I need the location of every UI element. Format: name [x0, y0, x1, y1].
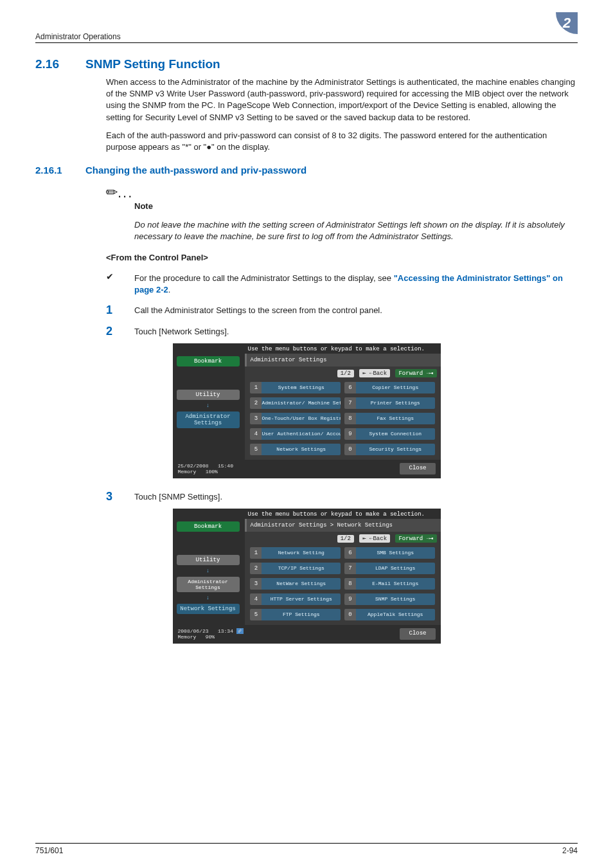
forward-button[interactable]: Forward →⇥: [395, 369, 436, 377]
close-button[interactable]: Close: [400, 628, 435, 640]
menu-item-label: TCP/IP Settings: [262, 563, 341, 574]
menu-item-1[interactable]: 1Network Setting: [250, 547, 341, 559]
menu-item-number: 8: [344, 578, 356, 590]
menu-item-label: One-Touch/User Box Registration: [262, 413, 341, 424]
screen1-time: 15:40: [218, 463, 233, 469]
menu-item-label: User Authentication/ Account Track: [262, 428, 341, 440]
arrow-down-icon: ↓: [173, 595, 244, 601]
menu-item-label: Copier Settings: [356, 382, 435, 393]
menu-item-4[interactable]: 4User Authentication/ Account Track: [250, 428, 341, 440]
note-text: Do not leave the machine with the settin…: [134, 219, 578, 242]
intro-paragraph-1: When access to the Administrator of the …: [106, 77, 578, 123]
intro-paragraph-2: Each of the auth-password and priv-passw…: [106, 130, 578, 153]
menu-item-9[interactable]: 9System Connection: [344, 428, 435, 440]
menu-item-label: Security Settings: [356, 444, 435, 455]
menu-item-7[interactable]: 7LDAP Settings: [344, 563, 435, 574]
menu-item-5[interactable]: 5FTP Settings: [250, 609, 341, 620]
chapter-number: 2: [563, 15, 571, 32]
subsection-title: Changing the auth-password and priv-pass…: [85, 165, 306, 176]
menu-item-number: 6: [344, 547, 356, 559]
menu-item-0[interactable]: 0AppleTalk Settings: [344, 609, 435, 620]
menu-item-number: 5: [250, 444, 262, 455]
menu-item-label: Printer Settings: [356, 397, 435, 409]
back-button[interactable]: ⇤ ←Back: [359, 534, 390, 543]
step-2-text: Touch [Network Settings].: [134, 325, 229, 338]
menu-item-label: SNMP Settings: [356, 593, 435, 605]
menu-item-number: 1: [250, 382, 262, 393]
footer-page-number: 2-94: [562, 846, 578, 855]
menu-item-label: SMB Settings: [356, 547, 435, 559]
screen2-time: 13:34: [218, 628, 233, 634]
menu-item-1[interactable]: 1System Settings: [250, 382, 341, 393]
menu-item-number: 3: [250, 578, 262, 590]
menu-item-number: 6: [344, 382, 356, 393]
menu-item-label: FTP Settings: [262, 609, 341, 620]
arrow-down-icon: ↓: [173, 568, 244, 574]
menu-item-6[interactable]: 6Copier Settings: [344, 382, 435, 393]
menu-item-number: 2: [250, 397, 262, 409]
menu-item-number: 0: [344, 609, 356, 620]
menu-item-number: 3: [250, 413, 262, 424]
chapter-tab: 2: [556, 12, 578, 34]
menu-item-number: 1: [250, 547, 262, 559]
menu-item-label: Network Settings: [262, 444, 341, 455]
screenshot-admin-settings: Use the menu buttons or keypad to make a…: [173, 343, 441, 478]
menu-item-label: E-Mail Settings: [356, 578, 435, 590]
screen1-instruction: Use the menu buttons or keypad to make a…: [173, 343, 441, 354]
screen1-memory-value: 100%: [206, 469, 218, 475]
utility-tab[interactable]: Utility: [177, 555, 240, 565]
step-1-text: Call the Administrator Settings to the s…: [134, 303, 382, 317]
screenshot-network-settings: Use the menu buttons or keypad to make a…: [173, 509, 441, 644]
menu-item-number: 2: [250, 563, 262, 574]
menu-item-label: Administrator/ Machine Settings: [262, 397, 341, 409]
menu-item-label: NetWare Settings: [262, 578, 341, 590]
menu-item-number: 7: [344, 397, 356, 409]
menu-item-8[interactable]: 8E-Mail Settings: [344, 578, 435, 590]
page-indicator: 1/2: [337, 370, 354, 377]
screen1-date: 25/02/2008: [178, 463, 209, 469]
close-button[interactable]: Close: [400, 463, 435, 475]
menu-item-label: Network Setting: [262, 547, 341, 559]
menu-item-number: 0: [344, 444, 356, 455]
section-title: SNMP Setting Function: [85, 57, 220, 71]
forward-button[interactable]: Forward →⇥: [395, 534, 436, 543]
menu-item-2[interactable]: 2TCP/IP Settings: [250, 563, 341, 574]
menu-item-0[interactable]: 0Security Settings: [344, 444, 435, 455]
back-button[interactable]: ⇤ ←Back: [359, 369, 390, 377]
step-3-number: 3: [106, 490, 134, 503]
running-header: Administrator Operations: [35, 32, 121, 41]
menu-item-9[interactable]: 9SNMP Settings: [344, 593, 435, 605]
menu-item-8[interactable]: 8Fax Settings: [344, 413, 435, 424]
menu-item-number: 7: [344, 563, 356, 574]
menu-item-label: AppleTalk Settings: [356, 609, 435, 620]
menu-item-3[interactable]: 3NetWare Settings: [250, 578, 341, 590]
utility-tab[interactable]: Utility: [177, 390, 240, 400]
breadcrumb: Administrator Settings > Network Setting…: [245, 519, 441, 532]
bookmark-tab[interactable]: Bookmark: [177, 356, 240, 366]
network-settings-tab[interactable]: Network Settings: [177, 604, 240, 614]
bookmark-tab[interactable]: Bookmark: [177, 521, 240, 532]
menu-item-number: 4: [250, 593, 262, 605]
checkmark-icon: ✔: [106, 271, 134, 296]
section-number: 2.16: [35, 57, 85, 71]
menu-item-6[interactable]: 6SMB Settings: [344, 547, 435, 559]
procedure-reference-pre: For the procedure to call the Administra…: [134, 273, 394, 283]
menu-item-number: 4: [250, 428, 262, 440]
menu-item-3[interactable]: 3One-Touch/User Box Registration: [250, 413, 341, 424]
menu-item-2[interactable]: 2Administrator/ Machine Settings: [250, 397, 341, 409]
menu-item-7[interactable]: 7Printer Settings: [344, 397, 435, 409]
menu-item-number: 8: [344, 413, 356, 424]
procedure-reference-post: .: [168, 285, 171, 294]
page-indicator: 1/2: [337, 535, 354, 543]
menu-item-5[interactable]: 5Network Settings: [250, 444, 341, 455]
note-label: Note: [134, 201, 578, 211]
menu-item-label: HTTP Server Settings: [262, 593, 341, 605]
administrator-settings-tab[interactable]: Administrator Settings: [177, 577, 240, 592]
menu-item-4[interactable]: 4HTTP Server Settings: [250, 593, 341, 605]
screen1-memory-label: Memory: [178, 469, 197, 475]
procedure-reference: For the procedure to call the Administra…: [134, 271, 578, 296]
administrator-settings-tab[interactable]: Administrator Settings: [177, 411, 240, 428]
step-3-text: Touch [SNMP Settings].: [134, 490, 222, 503]
footer-model: 751/601: [35, 846, 63, 855]
screen2-memory-value: 90%: [206, 634, 215, 640]
